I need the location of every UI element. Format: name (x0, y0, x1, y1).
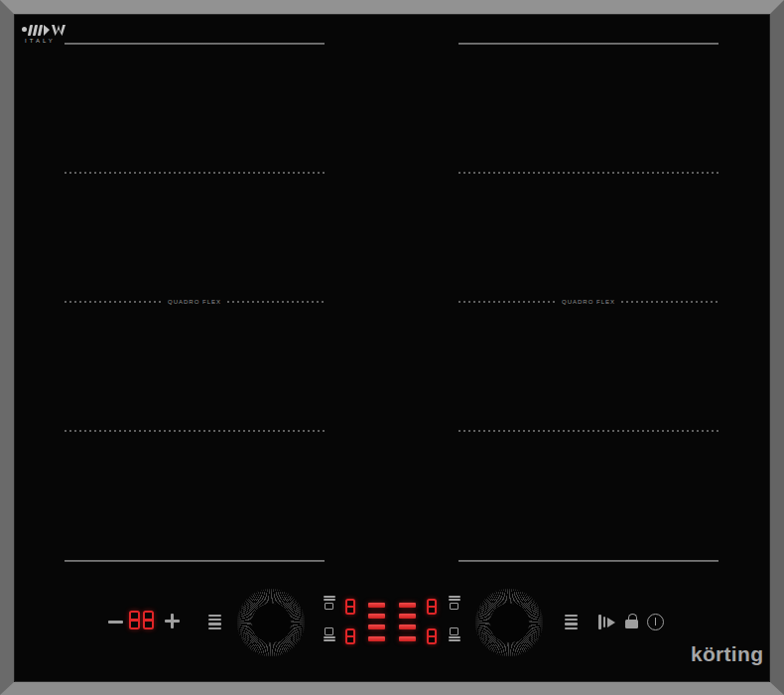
bridge-bar (368, 636, 385, 641)
bridge-bar (368, 603, 385, 608)
quadro-flex-label: QUADRO FLEX (562, 299, 615, 305)
power-level-display (129, 611, 154, 629)
bridge-bar (399, 636, 416, 641)
zone-bridge-icon (323, 596, 335, 610)
zone-line: QUADRO FLEX (65, 298, 325, 306)
power-levels-icon[interactable] (565, 615, 578, 629)
zone-digit (345, 599, 355, 615)
zone-bridge-icon (448, 627, 460, 641)
zone-line (458, 172, 719, 174)
on-off-icon[interactable] (647, 614, 664, 630)
seven-segment-digit (129, 611, 140, 629)
made-in-italy-logo: ITALY (22, 23, 79, 44)
cooktop-photo: ITALY QUADRO FLEX QUAD (0, 0, 784, 695)
right-control-knob[interactable] (475, 589, 543, 656)
zone-line (458, 430, 719, 432)
bridge-bar (368, 614, 385, 619)
boost-icon[interactable] (598, 615, 615, 629)
quadro-flex-label: QUADRO FLEX (168, 299, 221, 305)
plus-icon[interactable] (165, 614, 180, 628)
seven-segment-digit (143, 611, 154, 629)
zone-line: QUADRO FLEX (458, 298, 719, 306)
bridge-bar (368, 625, 385, 629)
korting-logo: körting (691, 642, 763, 666)
zone-line (65, 560, 325, 562)
zone-line (65, 172, 325, 174)
brand-glyphs-icon (22, 23, 79, 36)
child-lock-icon[interactable] (625, 614, 639, 629)
zone-bridge-icon (323, 627, 335, 641)
minus-icon[interactable] (108, 621, 123, 624)
zone-digit (345, 628, 355, 644)
power-levels-icon[interactable] (208, 615, 221, 629)
bridge-bar (399, 603, 416, 608)
left-control-knob[interactable] (237, 589, 305, 656)
zone-digit (427, 599, 437, 615)
zone-digit (427, 628, 437, 644)
zone-line (65, 43, 325, 45)
zone-line (458, 560, 719, 562)
bridge-bar (399, 614, 416, 619)
bridge-bar (399, 625, 416, 629)
zone-line (458, 43, 719, 45)
zone-bridge-icon (448, 596, 460, 610)
glass-surface: ITALY QUADRO FLEX QUAD (14, 14, 770, 682)
zone-line (65, 430, 325, 432)
cooktop-frame: ITALY QUADRO FLEX QUAD (0, 0, 784, 695)
